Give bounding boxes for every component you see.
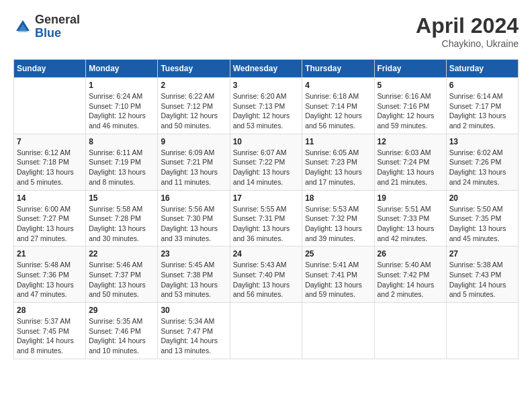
day-number: 15 — [89, 193, 154, 203]
day-info: Sunrise: 5:56 AM Sunset: 7:30 PM Dayligh… — [161, 204, 226, 244]
calendar-cell: 22Sunrise: 5:46 AM Sunset: 7:37 PM Dayli… — [86, 246, 158, 303]
day-number: 3 — [233, 81, 300, 90]
day-number: 22 — [89, 249, 154, 259]
day-number: 26 — [378, 249, 443, 259]
day-number: 8 — [89, 137, 154, 146]
day-info: Sunrise: 5:38 AM Sunset: 7:43 PM Dayligh… — [449, 260, 515, 300]
day-number: 16 — [161, 193, 226, 203]
calendar-cell: 20Sunrise: 5:50 AM Sunset: 7:35 PM Dayli… — [446, 190, 518, 246]
weekday-header-friday: Friday — [374, 60, 446, 78]
calendar-cell: 15Sunrise: 5:58 AM Sunset: 7:28 PM Dayli… — [86, 190, 158, 246]
day-number: 2 — [161, 81, 226, 90]
day-number: 19 — [378, 193, 443, 203]
day-number: 11 — [305, 137, 371, 146]
calendar-cell: 26Sunrise: 5:40 AM Sunset: 7:42 PM Dayli… — [374, 246, 446, 303]
day-number: 13 — [449, 137, 515, 146]
day-number: 4 — [305, 81, 371, 90]
calendar-cell: 1Sunrise: 6:24 AM Sunset: 7:10 PM Daylig… — [86, 78, 158, 134]
calendar-cell: 21Sunrise: 5:48 AM Sunset: 7:36 PM Dayli… — [14, 246, 86, 303]
calendar-cell: 28Sunrise: 5:37 AM Sunset: 7:45 PM Dayli… — [14, 303, 86, 359]
calendar-cell: 24Sunrise: 5:43 AM Sunset: 7:40 PM Dayli… — [230, 246, 302, 303]
week-row-5: 28Sunrise: 5:37 AM Sunset: 7:45 PM Dayli… — [14, 303, 519, 359]
weekday-header-saturday: Saturday — [446, 60, 518, 78]
day-info: Sunrise: 6:11 AM Sunset: 7:19 PM Dayligh… — [89, 148, 154, 187]
day-info: Sunrise: 5:50 AM Sunset: 7:35 PM Dayligh… — [449, 204, 515, 244]
calendar-cell: 16Sunrise: 5:56 AM Sunset: 7:30 PM Dayli… — [158, 190, 230, 246]
calendar-cell: 6Sunrise: 6:14 AM Sunset: 7:17 PM Daylig… — [446, 78, 518, 134]
day-number: 27 — [449, 249, 515, 259]
calendar-cell: 23Sunrise: 5:45 AM Sunset: 7:38 PM Dayli… — [158, 246, 230, 303]
day-info: Sunrise: 6:24 AM Sunset: 7:10 PM Dayligh… — [89, 91, 154, 131]
day-info: Sunrise: 6:20 AM Sunset: 7:13 PM Dayligh… — [233, 91, 300, 131]
day-number: 24 — [233, 249, 300, 259]
day-number: 6 — [449, 81, 515, 90]
day-number: 28 — [17, 306, 83, 315]
day-number: 1 — [89, 81, 154, 90]
day-info: Sunrise: 5:53 AM Sunset: 7:32 PM Dayligh… — [305, 204, 371, 244]
week-row-3: 14Sunrise: 6:00 AM Sunset: 7:27 PM Dayli… — [14, 190, 519, 246]
calendar-cell: 27Sunrise: 5:38 AM Sunset: 7:43 PM Dayli… — [446, 246, 518, 303]
calendar-cell: 30Sunrise: 5:34 AM Sunset: 7:47 PM Dayli… — [158, 303, 230, 359]
day-info: Sunrise: 5:45 AM Sunset: 7:38 PM Dayligh… — [161, 260, 226, 300]
calendar-cell: 17Sunrise: 5:55 AM Sunset: 7:31 PM Dayli… — [230, 190, 302, 246]
day-info: Sunrise: 5:48 AM Sunset: 7:36 PM Dayligh… — [17, 260, 83, 300]
day-info: Sunrise: 5:35 AM Sunset: 7:46 PM Dayligh… — [89, 316, 154, 356]
calendar-cell — [302, 303, 374, 359]
calendar-cell: 10Sunrise: 6:07 AM Sunset: 7:22 PM Dayli… — [230, 134, 302, 190]
day-info: Sunrise: 5:55 AM Sunset: 7:31 PM Dayligh… — [233, 204, 300, 244]
day-info: Sunrise: 6:07 AM Sunset: 7:22 PM Dayligh… — [233, 148, 300, 187]
calendar-cell: 3Sunrise: 6:20 AM Sunset: 7:13 PM Daylig… — [230, 78, 302, 134]
calendar-cell: 5Sunrise: 6:16 AM Sunset: 7:16 PM Daylig… — [374, 78, 446, 134]
title-block: April 2024 Chaykino, Ukraine — [416, 13, 519, 49]
calendar-cell — [14, 78, 86, 134]
day-number: 5 — [378, 81, 443, 90]
day-number: 30 — [161, 306, 226, 315]
day-info: Sunrise: 5:46 AM Sunset: 7:37 PM Dayligh… — [89, 260, 154, 300]
day-info: Sunrise: 5:34 AM Sunset: 7:47 PM Dayligh… — [161, 316, 226, 356]
weekday-header-monday: Monday — [86, 60, 158, 78]
calendar-cell: 19Sunrise: 5:51 AM Sunset: 7:33 PM Dayli… — [374, 190, 446, 246]
day-number: 23 — [161, 249, 226, 259]
day-info: Sunrise: 6:03 AM Sunset: 7:24 PM Dayligh… — [378, 148, 443, 187]
day-info: Sunrise: 6:18 AM Sunset: 7:14 PM Dayligh… — [305, 91, 371, 131]
day-info: Sunrise: 5:40 AM Sunset: 7:42 PM Dayligh… — [378, 260, 443, 300]
day-info: Sunrise: 5:51 AM Sunset: 7:33 PM Dayligh… — [378, 204, 443, 244]
logo-icon — [13, 17, 32, 36]
calendar-cell — [374, 303, 446, 359]
day-info: Sunrise: 6:22 AM Sunset: 7:12 PM Dayligh… — [161, 91, 226, 131]
week-row-4: 21Sunrise: 5:48 AM Sunset: 7:36 PM Dayli… — [14, 246, 519, 303]
calendar-cell: 11Sunrise: 6:05 AM Sunset: 7:23 PM Dayli… — [302, 134, 374, 190]
calendar-cell: 7Sunrise: 6:12 AM Sunset: 7:18 PM Daylig… — [14, 134, 86, 190]
day-info: Sunrise: 5:41 AM Sunset: 7:41 PM Dayligh… — [305, 260, 371, 300]
calendar-cell: 25Sunrise: 5:41 AM Sunset: 7:41 PM Dayli… — [302, 246, 374, 303]
location-subtitle: Chaykino, Ukraine — [416, 38, 519, 49]
calendar-cell: 18Sunrise: 5:53 AM Sunset: 7:32 PM Dayli… — [302, 190, 374, 246]
calendar-cell: 12Sunrise: 6:03 AM Sunset: 7:24 PM Dayli… — [374, 134, 446, 190]
week-row-2: 7Sunrise: 6:12 AM Sunset: 7:18 PM Daylig… — [14, 134, 519, 190]
day-number: 12 — [378, 137, 443, 146]
day-info: Sunrise: 6:00 AM Sunset: 7:27 PM Dayligh… — [17, 204, 83, 244]
calendar-cell: 13Sunrise: 6:02 AM Sunset: 7:26 PM Dayli… — [446, 134, 518, 190]
day-number: 9 — [161, 137, 226, 146]
calendar-cell: 9Sunrise: 6:09 AM Sunset: 7:21 PM Daylig… — [158, 134, 230, 190]
day-info: Sunrise: 5:37 AM Sunset: 7:45 PM Dayligh… — [17, 316, 83, 356]
day-number: 20 — [449, 193, 515, 203]
day-info: Sunrise: 6:09 AM Sunset: 7:21 PM Dayligh… — [161, 148, 226, 187]
day-number: 21 — [17, 249, 83, 259]
calendar-cell: 8Sunrise: 6:11 AM Sunset: 7:19 PM Daylig… — [86, 134, 158, 190]
day-number: 14 — [17, 193, 83, 203]
day-info: Sunrise: 6:16 AM Sunset: 7:16 PM Dayligh… — [378, 91, 443, 131]
weekday-header-row: SundayMondayTuesdayWednesdayThursdayFrid… — [14, 60, 519, 78]
logo: General Blue — [13, 13, 80, 40]
month-title: April 2024 — [416, 13, 519, 38]
calendar-table: SundayMondayTuesdayWednesdayThursdayFrid… — [13, 59, 519, 359]
day-info: Sunrise: 5:43 AM Sunset: 7:40 PM Dayligh… — [233, 260, 300, 300]
calendar-cell: 14Sunrise: 6:00 AM Sunset: 7:27 PM Dayli… — [14, 190, 86, 246]
day-info: Sunrise: 6:14 AM Sunset: 7:17 PM Dayligh… — [449, 91, 515, 131]
day-info: Sunrise: 5:58 AM Sunset: 7:28 PM Dayligh… — [89, 204, 154, 244]
logo-text: General Blue — [35, 13, 80, 40]
calendar-cell: 29Sunrise: 5:35 AM Sunset: 7:46 PM Dayli… — [86, 303, 158, 359]
day-number: 10 — [233, 137, 300, 146]
day-info: Sunrise: 6:05 AM Sunset: 7:23 PM Dayligh… — [305, 148, 371, 187]
page-header: General Blue April 2024 Chaykino, Ukrain… — [13, 13, 519, 49]
